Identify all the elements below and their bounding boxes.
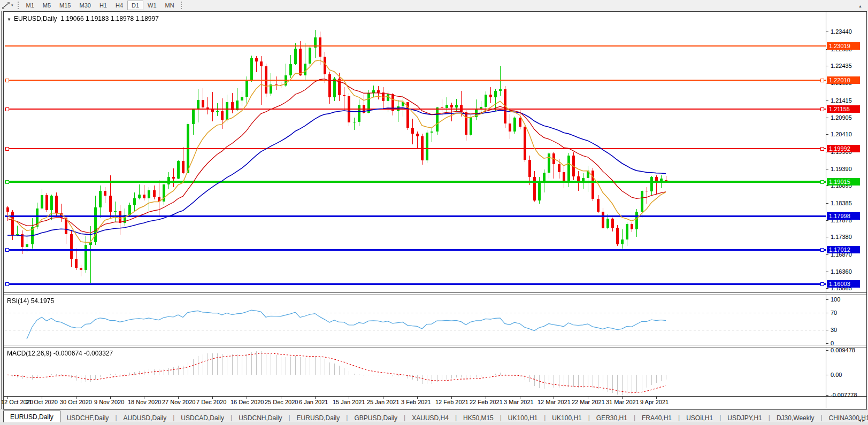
- rsi-value: 54.1975: [31, 297, 54, 305]
- line-studies-icon[interactable]: [1, 1, 11, 10]
- rsi-panel-canvas[interactable]: [5, 295, 826, 344]
- chart-tab-audusd-daily[interactable]: AUDUSD,Daily: [117, 413, 173, 423]
- macd-main-value: -0.000674: [53, 350, 82, 357]
- chart-tab-uk100-h1[interactable]: UK100,H1: [546, 413, 588, 423]
- chart-title: ▼EURUSD,Daily 1.19066 1.19183 1.18978 1.…: [7, 15, 159, 22]
- chart-dropdown-icon[interactable]: ▼: [7, 17, 11, 22]
- timeframe-button-h4[interactable]: H4: [111, 1, 127, 10]
- ohlc-close: 1.18997: [135, 15, 158, 22]
- chart-tab-usoil-h1[interactable]: USOil,H1: [680, 413, 719, 423]
- toolbar-grip-end: [181, 2, 182, 9]
- panel-splitter-macd[interactable]: [4, 345, 866, 347]
- timeframe-button-mn[interactable]: MN: [161, 1, 179, 10]
- top-toolbar: ▾ M1M5M15M30H1H4D1W1MN: [0, 0, 868, 11]
- chart-tab-uk100-h1[interactable]: UK100,H1: [502, 413, 544, 423]
- toolbar-overflow-arrow[interactable]: ▲: [858, 4, 862, 8]
- rsi-label: RSI(14) 54.1975: [7, 297, 54, 305]
- timeframe-button-m5[interactable]: M5: [39, 1, 55, 10]
- price-axis-separator: [826, 12, 826, 408]
- chart-tab-xauusd-h4[interactable]: XAUUSD,H4: [405, 413, 455, 423]
- timeframe-button-m30[interactable]: M30: [75, 1, 95, 10]
- chart-tab-hk50-m15[interactable]: HK50,M15: [457, 413, 500, 423]
- chart-tab-eurusd-daily[interactable]: EURUSD,Daily: [3, 411, 60, 423]
- panel-splitter-rsi[interactable]: [4, 292, 866, 295]
- time-axis[interactable]: [5, 397, 826, 407]
- chart-tab-fra40-h1[interactable]: FRA40,H1: [635, 413, 678, 423]
- window-edge: [1, 11, 2, 409]
- timeframe-button-h1[interactable]: H1: [95, 1, 111, 10]
- ohlc-low: 1.18978: [111, 15, 134, 22]
- chart-tab-usdjpy-h1[interactable]: USDJPY,H1: [721, 413, 768, 423]
- chart-tab-bar: EURUSD,DailyUSDCHF,Daily|AUDUSD,Daily|US…: [0, 409, 868, 423]
- price-axis[interactable]: [827, 13, 866, 396]
- chart-tab-eurusd-daily[interactable]: EURUSD,Daily: [290, 413, 347, 423]
- chart-tab-gbpusd-daily[interactable]: GBPUSD,Daily: [348, 413, 404, 423]
- chart-tab-usdcad-daily[interactable]: USDCAD,Daily: [174, 413, 231, 423]
- macd-panel-canvas[interactable]: [5, 347, 826, 396]
- ohlc-open: 1.19066: [60, 15, 83, 22]
- timeframe-button-m1[interactable]: M1: [22, 1, 39, 10]
- chevron-down-icon[interactable]: ▾: [11, 3, 13, 7]
- timeframe-button-m15[interactable]: M15: [55, 1, 75, 10]
- macd-signal-value: -0.003327: [84, 350, 113, 357]
- chart-tab-usdcnh-daily[interactable]: USDCNH,Daily: [232, 413, 288, 423]
- price-chart-canvas[interactable]: [5, 13, 826, 292]
- timeframe-button-w1[interactable]: W1: [143, 1, 161, 10]
- chart-tab-ger30-h1[interactable]: GER30,H1: [590, 413, 634, 423]
- macd-label: MACD(12,26,9) -0.000674 -0.003327: [7, 350, 113, 357]
- toolbar-grip[interactable]: [18, 2, 19, 9]
- chart-symbol: EURUSD,Daily: [14, 15, 57, 22]
- timeframe-button-d1[interactable]: D1: [127, 1, 143, 10]
- status-strip: [0, 422, 868, 425]
- chart-tab-usdchf-daily[interactable]: USDCHF,Daily: [60, 413, 116, 423]
- chart-tab-dj30-weekly[interactable]: DJ30,Weekly: [770, 413, 820, 423]
- ohlc-high: 1.19183: [86, 15, 109, 22]
